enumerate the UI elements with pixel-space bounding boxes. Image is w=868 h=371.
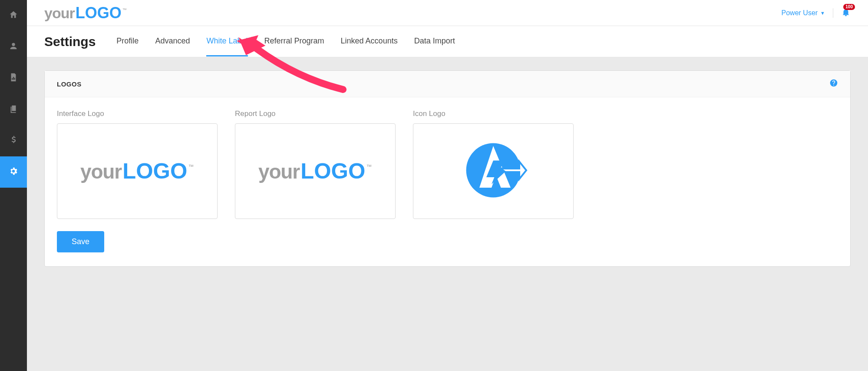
save-button[interactable]: Save — [57, 231, 104, 252]
content-area: LOGOS Interface Logo your LOGO ™ — [27, 57, 868, 371]
documents-icon — [9, 104, 18, 115]
icon-logo-box[interactable] — [413, 123, 574, 219]
topbar-right: Power User ▼ 100 — [782, 7, 851, 19]
notification-badge: 100 — [843, 4, 855, 10]
icon-logo-column: Icon Logo — [413, 109, 574, 219]
main: your LOGO ™ Power User ▼ 100 Settings Pr… — [27, 0, 868, 371]
icon-logo-label: Icon Logo — [413, 109, 574, 118]
chart-file-icon — [9, 73, 18, 84]
user-menu[interactable]: Power User ▼ — [782, 9, 825, 17]
sidebar-item-user[interactable] — [0, 31, 27, 63]
tab-white-label[interactable]: White Label — [206, 27, 248, 56]
divider — [833, 8, 833, 18]
dollar-icon — [9, 135, 18, 146]
caret-down-icon: ▼ — [820, 10, 825, 16]
sidebar-item-billing[interactable] — [0, 125, 27, 156]
tab-advanced[interactable]: Advanced — [155, 27, 190, 56]
icon-logo-preview — [459, 136, 528, 207]
panel-title: LOGOS — [57, 80, 82, 88]
logo-grid: Interface Logo your LOGO ™ Report Logo — [57, 109, 838, 219]
interface-logo-column: Interface Logo your LOGO ™ — [57, 109, 218, 219]
gear-icon — [9, 166, 18, 178]
sidebar-item-documents[interactable] — [0, 94, 27, 125]
panel-footer: Save — [45, 231, 850, 266]
user-icon — [9, 41, 18, 53]
tab-data-import[interactable]: Data Import — [414, 27, 455, 56]
report-logo-label: Report Logo — [235, 109, 396, 118]
home-icon — [9, 10, 18, 21]
brand-logo[interactable]: your LOGO ™ — [44, 4, 127, 22]
report-logo-column: Report Logo your LOGO ™ — [235, 109, 396, 219]
interface-logo-preview: your LOGO ™ — [80, 159, 194, 184]
tab-profile[interactable]: Profile — [116, 27, 139, 56]
report-logo-preview: your LOGO ™ — [258, 159, 372, 184]
brand-part1: your — [44, 5, 75, 22]
tab-linked-accounts[interactable]: Linked Accounts — [341, 27, 398, 56]
logos-panel: LOGOS Interface Logo your LOGO ™ — [44, 70, 851, 267]
interface-logo-box[interactable]: your LOGO ™ — [57, 123, 218, 219]
brand-part2: LOGO — [76, 4, 122, 22]
brand-tm: ™ — [122, 7, 127, 12]
sidebar-item-reports[interactable] — [0, 63, 27, 94]
page-title: Settings — [44, 34, 96, 49]
panel-header: LOGOS — [45, 71, 850, 97]
sidebar — [0, 0, 27, 371]
sidebar-item-home[interactable] — [0, 0, 27, 31]
report-logo-box[interactable]: your LOGO ™ — [235, 123, 396, 219]
tab-referral-program[interactable]: Referral Program — [264, 27, 324, 56]
notifications-button[interactable]: 100 — [841, 7, 851, 19]
sidebar-item-settings[interactable] — [0, 156, 27, 188]
help-icon[interactable] — [829, 79, 838, 89]
panel-body: Interface Logo your LOGO ™ Report Logo — [45, 97, 850, 231]
interface-logo-label: Interface Logo — [57, 109, 218, 118]
bell-icon — [841, 11, 851, 18]
user-menu-label: Power User — [782, 9, 818, 17]
tabs-row: Settings Profile Advanced White Label Re… — [27, 26, 868, 57]
topbar: your LOGO ™ Power User ▼ 100 — [27, 0, 868, 26]
